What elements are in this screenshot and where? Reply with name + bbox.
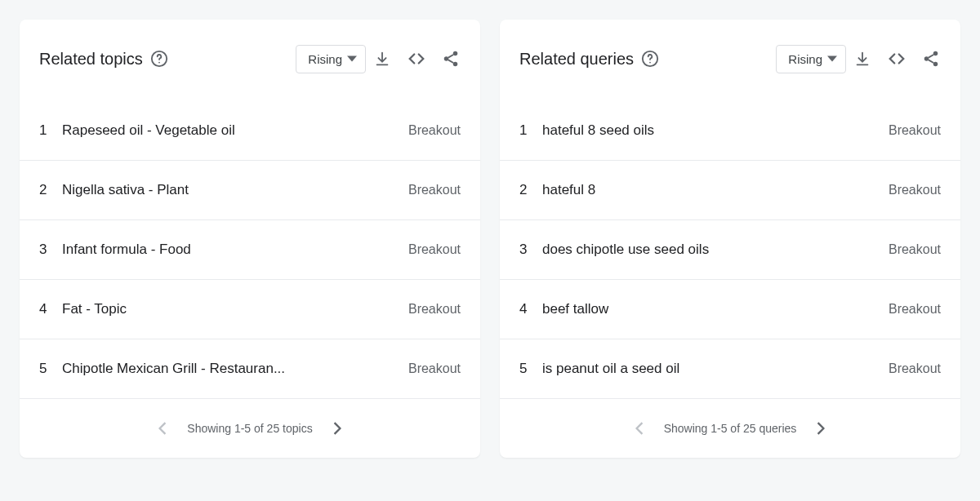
chevron-right-icon [817,422,825,435]
item-label: Chipotle Mexican Grill - Restauran... [62,361,408,377]
card-header: Related topics Rising [20,20,480,78]
item-label: hateful 8 seed oils [542,122,889,139]
panel-title: Related queries [519,50,634,69]
chevron-left-icon [158,422,167,435]
item-rank: 5 [519,361,542,377]
list-item[interactable]: 2 hateful 8 Breakout [500,161,960,220]
svg-point-4 [453,62,458,67]
item-label: Nigella sativa - Plant [62,182,408,198]
chevron-down-icon [347,54,357,64]
item-label: Infant formula - Food [62,242,408,258]
list-item[interactable]: 5 is peanut oil a seed oil Breakout [500,339,960,399]
sort-dropdown[interactable]: Rising [296,45,366,73]
item-value: Breakout [408,123,461,138]
pager-text: Showing 1-5 of 25 queries [664,422,797,435]
item-value: Breakout [889,183,941,197]
item-rank: 3 [519,242,542,258]
list-item[interactable]: 5 Chipotle Mexican Grill - Restauran... … [20,339,480,399]
item-label: hateful 8 [542,182,889,198]
pager: Showing 1-5 of 25 topics [20,399,480,458]
item-label: Fat - Topic [62,301,408,317]
chevron-right-icon [333,422,341,435]
topics-list: 1 Rapeseed oil - Vegetable oil Breakout … [20,101,480,399]
pager-text: Showing 1-5 of 25 topics [187,422,312,435]
item-value: Breakout [408,242,461,257]
list-item[interactable]: 4 Fat - Topic Breakout [20,280,480,339]
svg-point-9 [933,62,938,67]
item-value: Breakout [889,302,941,317]
item-value: Breakout [889,242,941,257]
svg-point-6 [649,62,651,64]
item-label: beef tallow [542,301,889,317]
card-actions [853,49,941,69]
card-actions [372,49,461,69]
dropdown-label: Rising [308,52,342,66]
related-topics-card: Related topics Rising [20,20,480,458]
help-icon[interactable] [640,49,660,69]
item-value: Breakout [408,361,461,376]
download-icon[interactable] [853,49,872,69]
item-rank: 1 [39,122,62,139]
svg-point-3 [444,56,449,61]
page-next-button[interactable] [811,419,831,438]
svg-point-7 [933,51,938,56]
list-item[interactable]: 2 Nigella sativa - Plant Breakout [20,161,480,220]
download-icon[interactable] [372,49,392,69]
embed-icon[interactable] [407,49,426,69]
item-rank: 4 [39,301,62,317]
chevron-down-icon [827,54,837,64]
item-value: Breakout [408,302,461,317]
page-prev-button[interactable] [153,419,172,438]
item-rank: 2 [39,182,62,198]
item-value: Breakout [408,183,461,197]
title-wrap: Related queries [519,49,776,69]
item-rank: 2 [519,182,542,198]
card-header: Related queries Rising [500,20,960,78]
list-item[interactable]: 3 does chipotle use seed oils Breakout [500,220,960,280]
related-queries-card: Related queries Rising [500,20,960,458]
item-label: Rapeseed oil - Vegetable oil [62,122,408,139]
list-item[interactable]: 4 beef tallow Breakout [500,280,960,339]
share-icon[interactable] [921,49,941,69]
pager: Showing 1-5 of 25 queries [500,399,960,458]
item-value: Breakout [889,361,941,376]
item-label: is peanut oil a seed oil [542,361,889,377]
list-item[interactable]: 1 hateful 8 seed oils Breakout [500,101,960,161]
item-rank: 3 [39,242,62,258]
sort-dropdown[interactable]: Rising [776,45,846,73]
item-rank: 1 [519,122,542,139]
page-prev-button[interactable] [630,419,649,438]
share-icon[interactable] [441,49,461,69]
item-rank: 4 [519,301,542,317]
item-value: Breakout [889,123,941,138]
dropdown-label: Rising [788,52,822,66]
list-item[interactable]: 1 Rapeseed oil - Vegetable oil Breakout [20,101,480,161]
item-label: does chipotle use seed oils [542,242,889,258]
embed-icon[interactable] [887,49,906,69]
panel-title: Related topics [39,50,143,69]
svg-point-1 [158,62,160,64]
page-next-button[interactable] [327,419,347,438]
item-rank: 5 [39,361,62,377]
svg-point-2 [453,51,458,56]
help-icon[interactable] [149,49,169,69]
svg-point-8 [924,56,929,61]
list-item[interactable]: 3 Infant formula - Food Breakout [20,220,480,280]
queries-list: 1 hateful 8 seed oils Breakout 2 hateful… [500,101,960,399]
chevron-left-icon [635,422,644,435]
title-wrap: Related topics [39,49,296,69]
